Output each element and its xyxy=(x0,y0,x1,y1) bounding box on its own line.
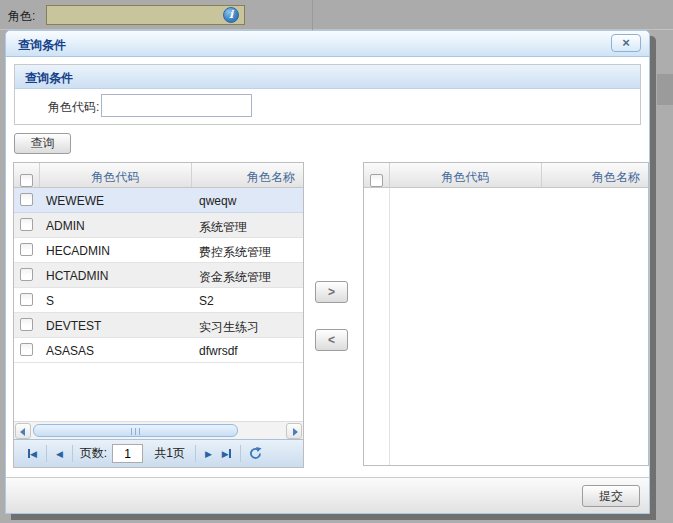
role-name-cell: 系统管理 xyxy=(192,213,303,237)
query-button[interactable]: 查询 xyxy=(14,133,71,154)
last-page-icon[interactable]: ▶ xyxy=(217,449,236,459)
pager-separator xyxy=(195,445,196,462)
first-page-icon[interactable]: ◀ xyxy=(23,449,42,459)
role-code-cell: WEWEWE xyxy=(40,188,192,212)
left-grid-header: 角色代码 角色名称 xyxy=(14,163,303,188)
role-code-cell: HECADMIN xyxy=(40,238,192,262)
table-row[interactable]: ADMIN 系统管理 xyxy=(14,213,303,238)
query-dialog-window: 查询条件 × 查询条件 角色代码: 查询 角色代码 角色名称 WEWEWE qw… xyxy=(5,30,650,514)
close-icon: × xyxy=(622,35,630,50)
pager-separator xyxy=(72,445,73,462)
table-row[interactable]: DEVTEST 实习生练习 xyxy=(14,313,303,338)
selected-roles-grid: 角色代码 角色名称 xyxy=(363,162,649,466)
row-checkbox-cell xyxy=(14,313,40,337)
role-name-cell: 资金系统管理 xyxy=(192,263,303,287)
row-checkbox-cell xyxy=(14,213,40,237)
move-left-button[interactable]: < xyxy=(315,329,348,351)
page-number-input[interactable] xyxy=(112,444,143,463)
role-code-input[interactable] xyxy=(101,94,252,117)
row-checkbox-cell xyxy=(14,188,40,212)
role-code-cell: ADMIN xyxy=(40,213,192,237)
right-col-header-name[interactable]: 角色名称 xyxy=(542,163,648,187)
query-conditions-panel: 查询条件 角色代码: xyxy=(14,64,641,125)
left-col-header-name[interactable]: 角色名称 xyxy=(192,163,303,187)
role-field-label: 角色: xyxy=(8,8,35,25)
pagination-toolbar: ◀ ◀ 页数: 共1页 ▶ ▶ xyxy=(14,439,303,467)
role-code-cell: DEVTEST xyxy=(40,313,192,337)
table-row[interactable]: HCTADMIN 资金系统管理 xyxy=(14,263,303,288)
role-code-cell: ASASAS xyxy=(40,338,192,362)
pager-separator xyxy=(240,445,241,462)
row-checkbox-cell xyxy=(14,238,40,262)
row-checkbox[interactable] xyxy=(20,318,33,331)
scroll-left-icon[interactable] xyxy=(15,423,31,439)
info-icon[interactable]: i xyxy=(223,7,239,23)
dialog-title: 查询条件 xyxy=(18,37,66,54)
select-all-checkbox[interactable] xyxy=(20,174,33,187)
role-name-cell: S2 xyxy=(192,288,303,312)
table-row[interactable]: ASASAS dfwrsdf xyxy=(14,338,303,363)
close-button[interactable]: × xyxy=(611,34,641,52)
row-checkbox[interactable] xyxy=(20,243,33,256)
table-row[interactable]: WEWEWE qweqw xyxy=(14,188,303,213)
horizontal-scrollbar[interactable] xyxy=(14,421,303,439)
role-field-input[interactable] xyxy=(46,5,245,25)
role-name-cell: 费控系统管理 xyxy=(192,238,303,262)
row-checkbox[interactable] xyxy=(20,193,33,206)
row-checkbox[interactable] xyxy=(20,268,33,281)
table-row[interactable]: S S2 xyxy=(14,288,303,313)
right-grid-header: 角色代码 角色名称 xyxy=(364,163,648,188)
role-name-cell: dfwrsdf xyxy=(192,338,303,362)
dialog-title-bar[interactable]: 查询条件 × xyxy=(6,31,649,57)
refresh-icon[interactable] xyxy=(249,447,262,460)
dialog-footer: 提交 xyxy=(6,477,649,513)
query-panel-body: 角色代码: xyxy=(15,89,640,124)
row-checkbox[interactable] xyxy=(20,293,33,306)
total-pages-label: 共1页 xyxy=(154,445,185,462)
row-checkbox-cell xyxy=(14,288,40,312)
left-col-header-code[interactable]: 角色代码 xyxy=(40,163,192,187)
table-row[interactable]: HECADMIN 费控系统管理 xyxy=(14,238,303,263)
checkbox-column-divider xyxy=(389,188,390,465)
right-grid-empty-body xyxy=(364,188,648,465)
query-panel-header: 查询条件 xyxy=(15,65,640,89)
scrollbar-thumb[interactable] xyxy=(33,424,238,437)
role-name-cell: 实习生练习 xyxy=(192,313,303,337)
move-right-button[interactable]: > xyxy=(315,281,348,303)
role-code-cell: S xyxy=(40,288,192,312)
row-checkbox[interactable] xyxy=(20,343,33,356)
role-code-label: 角色代码: xyxy=(48,99,99,116)
page-top-bar: 角色: i xyxy=(0,0,673,30)
role-code-cell: HCTADMIN xyxy=(40,263,192,287)
right-col-header-code[interactable]: 角色代码 xyxy=(390,163,542,187)
next-page-icon[interactable]: ▶ xyxy=(200,449,217,459)
available-roles-grid: 角色代码 角色名称 WEWEWE qweqw ADMIN 系统管理 HECADM… xyxy=(13,162,304,468)
select-all-checkbox[interactable] xyxy=(370,174,383,187)
row-checkbox-cell xyxy=(14,338,40,362)
prev-page-icon[interactable]: ◀ xyxy=(51,449,68,459)
select-all-header-cell xyxy=(14,163,40,187)
row-checkbox-cell xyxy=(14,263,40,287)
scroll-right-icon[interactable] xyxy=(286,423,302,439)
background-panel-band xyxy=(657,74,673,105)
row-checkbox[interactable] xyxy=(20,218,33,231)
top-bar-divider xyxy=(312,0,313,30)
select-all-header-cell xyxy=(364,163,390,187)
page-number-label: 页数: xyxy=(80,445,107,462)
submit-button[interactable]: 提交 xyxy=(582,485,640,507)
role-name-cell: qweqw xyxy=(192,188,303,212)
pager-separator xyxy=(46,445,47,462)
